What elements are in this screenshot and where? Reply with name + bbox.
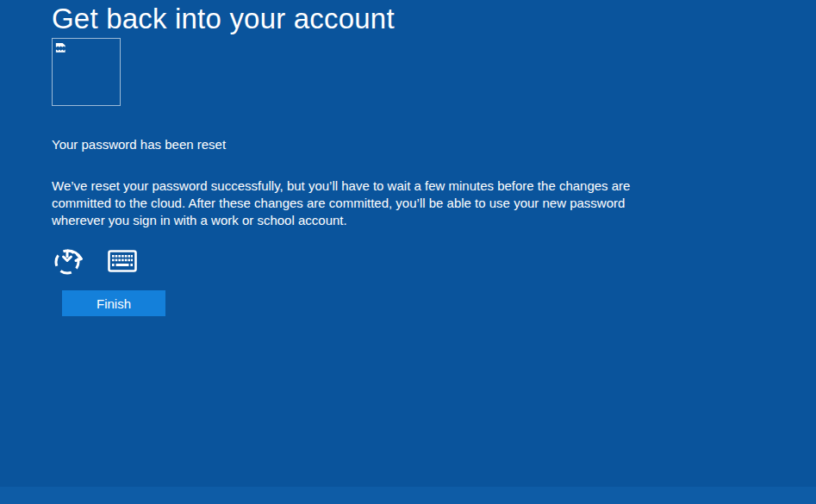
broken-image-placeholder [52, 38, 121, 106]
page-title: Get back into your account [52, 0, 395, 38]
password-reset-page: Get back into your account Your password… [0, 0, 816, 504]
ease-of-access-icon [53, 246, 86, 277]
bottom-strip [0, 487, 816, 504]
ease-of-access-button[interactable] [53, 246, 86, 278]
finish-button[interactable]: Finish [62, 290, 165, 316]
on-screen-keyboard-button[interactable] [108, 250, 137, 272]
broken-image-icon [54, 41, 67, 54]
status-text: Your password has been reset [52, 136, 226, 153]
body-text: We’ve reset your password successfully, … [52, 177, 631, 229]
keyboard-icon [108, 250, 137, 272]
